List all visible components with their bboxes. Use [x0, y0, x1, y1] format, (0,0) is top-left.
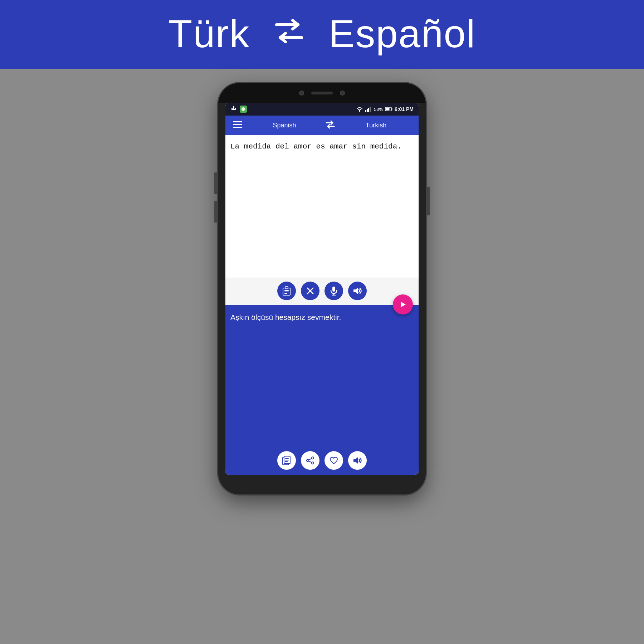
- svg-marker-25: [353, 288, 358, 294]
- svg-rect-30: [285, 460, 289, 460]
- svg-point-34: [312, 462, 314, 464]
- svg-line-35: [309, 459, 312, 460]
- svg-rect-11: [386, 108, 390, 111]
- phone-device: 53% 6:01 PM: [218, 83, 426, 494]
- output-share-button[interactable]: [301, 451, 319, 470]
- svg-rect-8: [370, 107, 371, 112]
- wifi-icon: [356, 106, 363, 112]
- svg-line-36: [309, 461, 312, 463]
- notification-light: [340, 91, 345, 96]
- svg-rect-18: [284, 292, 289, 292]
- top-banner: Türk Español: [0, 0, 644, 69]
- svg-rect-19: [284, 293, 287, 294]
- status-right: 53% 6:01 PM: [356, 106, 414, 112]
- svg-rect-17: [284, 290, 289, 291]
- banner-lang-left: Türk: [168, 11, 250, 56]
- output-section: Aşkın ölçüsü hesapsız sevmektir.: [225, 305, 419, 475]
- translated-text: Aşkın ölçüsü hesapsız sevmektir.: [225, 305, 419, 448]
- input-speaker-button[interactable]: [348, 282, 367, 300]
- svg-rect-3: [235, 108, 236, 110]
- vol-up-button: [214, 172, 218, 194]
- battery-icon: [385, 107, 392, 111]
- usb-icon: [230, 105, 237, 113]
- output-speaker-button[interactable]: [348, 451, 367, 470]
- hamburger-menu[interactable]: [231, 118, 244, 133]
- toolbar-target-lang[interactable]: Turkish: [339, 122, 413, 129]
- app-notification-icon: [240, 106, 247, 113]
- banner-lang-right: Español: [328, 11, 476, 56]
- input-section: La medida del amor es amar sin medida.: [225, 135, 419, 305]
- banner-swap-icon: [271, 16, 307, 52]
- power-button: [426, 187, 430, 215]
- svg-point-33: [307, 459, 309, 462]
- svg-point-32: [312, 457, 314, 459]
- app-toolbar: Spanish Turkish: [225, 116, 419, 135]
- svg-rect-6: [367, 109, 368, 112]
- toolbar-source-lang[interactable]: Spanish: [248, 122, 321, 129]
- svg-rect-13: [233, 124, 242, 125]
- phone-top-bar: [218, 83, 426, 103]
- svg-rect-16: [285, 287, 288, 289]
- translate-button[interactable]: [393, 294, 413, 314]
- signal-icon: [365, 106, 372, 112]
- output-favorite-button[interactable]: [325, 451, 343, 470]
- output-action-bar: [225, 448, 419, 475]
- svg-rect-22: [332, 287, 335, 292]
- svg-point-4: [241, 107, 245, 111]
- svg-marker-26: [401, 302, 406, 307]
- camera-dot: [299, 91, 304, 96]
- svg-rect-10: [392, 108, 392, 110]
- svg-rect-29: [285, 458, 289, 459]
- svg-rect-7: [368, 108, 369, 112]
- source-text[interactable]: La medida del amor es amar sin medida.: [225, 135, 419, 278]
- toolbar-swap-btn[interactable]: [321, 118, 339, 133]
- clipboard-button[interactable]: [277, 282, 296, 300]
- svg-rect-12: [233, 121, 242, 122]
- mic-button[interactable]: [325, 282, 343, 300]
- status-bar: 53% 6:01 PM: [225, 103, 419, 116]
- earpiece: [311, 92, 333, 94]
- phone-outer: 53% 6:01 PM: [218, 83, 426, 494]
- output-copy-button[interactable]: [277, 451, 296, 470]
- svg-marker-37: [353, 457, 358, 464]
- svg-rect-5: [365, 110, 366, 112]
- status-time: 6:01 PM: [395, 106, 414, 112]
- svg-rect-31: [285, 461, 288, 462]
- clear-button[interactable]: [301, 282, 319, 300]
- status-left: [230, 105, 247, 113]
- vol-down-button: [214, 201, 218, 223]
- svg-rect-2: [231, 108, 233, 110]
- phone-screen: 53% 6:01 PM: [225, 103, 419, 475]
- input-action-bar: [225, 278, 419, 305]
- svg-rect-14: [233, 127, 242, 128]
- battery-percent: 53%: [374, 107, 383, 112]
